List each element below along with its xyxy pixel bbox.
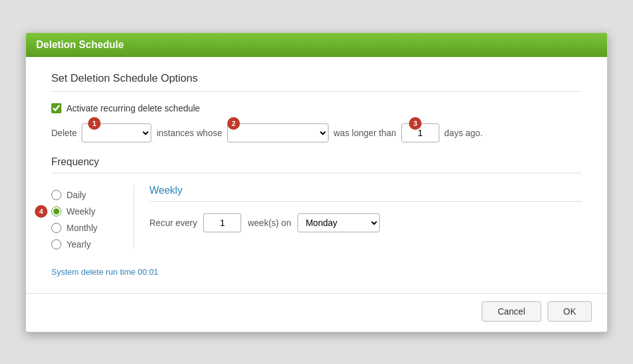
frequency-section: Frequency 4 Daily Weekly M bbox=[51, 156, 582, 277]
recur-row: Recur every 1 week(s) on Monday Tuesday … bbox=[149, 208, 582, 232]
recur-every-input[interactable]: 1 bbox=[203, 213, 241, 232]
frequency-option-daily[interactable]: Daily bbox=[51, 190, 134, 200]
delete-label: Delete bbox=[51, 128, 77, 138]
radio-monthly[interactable] bbox=[51, 223, 61, 233]
badge-1: 1 bbox=[88, 117, 101, 130]
badge-3: 3 bbox=[409, 117, 422, 130]
badge-2: 2 bbox=[227, 117, 240, 130]
activate-checkbox[interactable] bbox=[51, 103, 61, 113]
frequency-option-monthly[interactable]: Monthly bbox=[51, 223, 134, 233]
weekly-label: Weekly bbox=[66, 206, 96, 217]
activate-row: Activate recurring delete schedule bbox=[51, 103, 582, 113]
dialog-footer: Cancel OK bbox=[26, 293, 607, 332]
daily-label: Daily bbox=[66, 190, 86, 200]
dialog-body: Set Deletion Schedule Options Activate r… bbox=[26, 57, 607, 293]
was-longer-label: was longer than bbox=[334, 128, 396, 138]
frequency-title: Frequency bbox=[51, 156, 582, 168]
frequency-detail: Weekly Recur every 1 week(s) on Monday T… bbox=[134, 185, 582, 249]
instances-label: instances whose bbox=[156, 128, 222, 138]
day-of-week-dropdown[interactable]: Monday Tuesday Wednesday Thursday Friday… bbox=[298, 213, 380, 232]
frequency-divider bbox=[51, 173, 582, 173]
ok-button[interactable]: OK bbox=[548, 301, 592, 322]
delete-row: 1 Delete 2 instances whose 3 was longer … bbox=[51, 123, 582, 142]
weekly-title: Weekly bbox=[149, 185, 582, 202]
deletion-schedule-dialog: Deletion Schedule Set Deletion Schedule … bbox=[25, 32, 608, 332]
frequency-options: 4 Daily Weekly Monthly bbox=[51, 185, 134, 249]
instances-field-dropdown[interactable] bbox=[227, 123, 329, 142]
frequency-content: 4 Daily Weekly Monthly bbox=[51, 185, 582, 249]
weeks-label: week(s) on bbox=[248, 218, 291, 228]
yearly-label: Yearly bbox=[66, 239, 91, 249]
system-run-time: System delete run time 00:01 bbox=[51, 267, 582, 277]
frequency-option-yearly[interactable]: Yearly bbox=[51, 239, 134, 249]
radio-yearly[interactable] bbox=[51, 239, 61, 249]
days-label: days ago. bbox=[444, 128, 483, 138]
recur-label: Recur every bbox=[149, 218, 197, 228]
monthly-label: Monthly bbox=[66, 223, 97, 233]
cancel-button[interactable]: Cancel bbox=[482, 301, 541, 322]
dialog-title: Deletion Schedule bbox=[36, 39, 124, 50]
badge-4: 4 bbox=[35, 205, 47, 218]
radio-weekly[interactable] bbox=[51, 206, 61, 217]
section-divider bbox=[51, 91, 582, 92]
activate-label: Activate recurring delete schedule bbox=[66, 103, 200, 113]
frequency-option-weekly[interactable]: Weekly bbox=[51, 206, 134, 217]
radio-daily[interactable] bbox=[51, 190, 61, 200]
section-title: Set Deletion Schedule Options bbox=[51, 72, 582, 85]
dialog-header: Deletion Schedule bbox=[26, 33, 607, 57]
